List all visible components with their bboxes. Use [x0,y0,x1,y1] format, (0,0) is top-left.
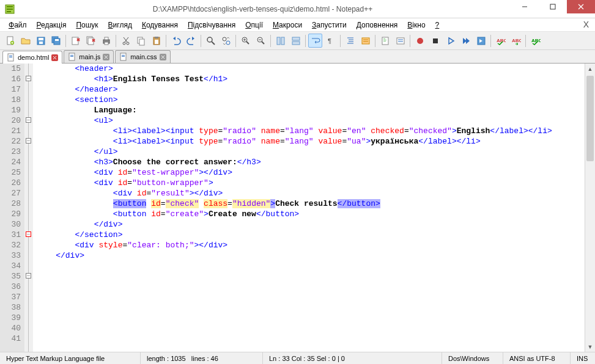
spellcheck-prev-icon[interactable]: ABC [528,34,542,48]
vertical-scrollbar[interactable]: ▲ ▼ [585,64,595,352]
svg-rect-48 [277,37,280,45]
svg-text:ABC: ABC [512,38,521,43]
menu-encoding[interactable]: Кодування [137,20,183,31]
scroll-down-icon[interactable]: ▼ [585,341,595,352]
user-lang-icon[interactable] [358,34,372,48]
minimize-button[interactable] [511,0,539,13]
menu-help[interactable]: ? [431,20,445,31]
paste-icon[interactable] [149,34,163,48]
status-length: length : 1035 lines : 46 [141,352,263,364]
status-position: Ln : 33 Col : 35 Sel : 0 | 0 [263,352,442,364]
copy-icon[interactable] [134,34,148,48]
scroll-thumb[interactable] [586,76,594,161]
svg-rect-81 [70,56,73,57]
menu-macro[interactable]: Макроси [268,20,307,31]
app-icon [5,4,15,14]
menu-language[interactable]: Підсвічування [183,20,240,31]
tab-label: demo.html [18,54,49,61]
menu-file[interactable]: Файл [4,20,32,31]
spellcheck-icon[interactable]: ABC [493,34,508,48]
new-file-icon[interactable] [3,34,17,48]
svg-rect-26 [105,37,108,40]
menu-window[interactable]: Вікно [402,20,430,31]
menu-plugins[interactable]: Доповнення [352,20,403,31]
record-macro-icon[interactable] [413,34,427,48]
svg-rect-63 [383,41,386,42]
show-all-chars-icon[interactable]: ¶ [323,34,338,48]
tab-close-icon[interactable] [160,54,166,60]
func-list-icon[interactable] [393,34,407,48]
find-icon[interactable] [204,34,218,48]
svg-point-37 [207,37,212,42]
svg-rect-49 [281,37,284,45]
toolbar-separator [525,35,526,47]
play-macro-icon[interactable] [443,34,457,48]
title-bar: D:\XAMPP\htdocs\english-verb-tenses-quiz… [0,0,595,18]
doc-map-icon[interactable] [378,34,392,48]
stop-macro-icon[interactable] [428,34,442,48]
tab-close-icon[interactable] [51,54,58,61]
save-macro-icon[interactable] [474,34,488,48]
sync-h-icon[interactable] [289,34,303,48]
svg-point-29 [127,42,129,45]
indent-guide-icon[interactable] [343,34,357,48]
menu-search[interactable]: Пошук [71,20,103,31]
svg-rect-86 [122,55,125,56]
sync-v-icon[interactable] [273,34,287,48]
redo-icon[interactable] [184,34,198,48]
editor[interactable]: 1516171819202122232425262728293031323334… [0,64,595,352]
cut-icon[interactable] [119,34,133,48]
toolbar-separator [65,35,66,47]
svg-point-40 [226,41,230,45]
svg-line-44 [246,42,249,44]
zoom-in-icon[interactable] [238,34,253,48]
svg-rect-51 [292,42,300,45]
replace-icon[interactable] [219,34,233,48]
svg-line-47 [262,42,264,44]
menu-view[interactable]: Вигляд [103,20,137,31]
menu-run[interactable]: Запустити [307,20,352,31]
svg-point-39 [223,37,226,41]
svg-rect-50 [292,37,300,40]
save-icon[interactable] [34,34,48,48]
zoom-out-icon[interactable] [254,34,268,48]
svg-rect-35 [155,37,158,38]
close-file-icon[interactable] [68,34,83,48]
wordwrap-icon[interactable] [308,34,322,48]
svg-line-38 [212,42,215,45]
tab-main-js[interactable]: main.js [64,50,114,63]
menu-settings[interactable]: Опції [240,20,268,31]
code-area[interactable]: <header> <h1>English Tenses Test</h1> </… [33,64,585,352]
svg-point-28 [123,42,125,45]
status-eol: Dos\Windows [442,352,503,364]
tab-close-icon[interactable] [103,54,109,60]
window-controls [511,0,595,18]
open-file-icon[interactable] [18,34,32,48]
undo-icon[interactable] [169,34,183,48]
menubar-close-doc[interactable]: X [583,20,589,29]
status-bar: Hyper Text Markup Language file length :… [0,352,595,364]
toolbar-separator [116,35,116,47]
maximize-button[interactable] [539,0,567,13]
fold-column[interactable]: −−−−− [24,64,33,352]
toolbar-separator [305,35,306,47]
close-button[interactable] [567,0,595,13]
close-all-icon[interactable] [84,34,98,48]
svg-rect-36 [155,40,158,44]
print-icon[interactable] [99,34,113,48]
status-filetype: Hyper Text Markup Language file [0,352,141,364]
svg-rect-17 [55,39,59,41]
toolbar-separator [201,35,201,47]
spellcheck-next-icon[interactable]: ABC [509,34,523,48]
scroll-up-icon[interactable]: ▲ [585,64,595,74]
svg-rect-80 [70,55,73,56]
toolbar-separator [340,35,341,47]
tab-demo-html[interactable]: demo.html [2,51,62,64]
tab-main-css[interactable]: main.css [115,50,170,63]
svg-text:¶: ¶ [328,37,331,45]
menu-edit[interactable]: Редакція [32,20,72,31]
window-title: D:\XAMPP\htdocs\english-verb-tenses-quiz… [15,5,511,13]
svg-rect-62 [383,40,386,40]
save-all-icon[interactable] [49,34,63,48]
play-multi-icon[interactable] [459,34,473,48]
